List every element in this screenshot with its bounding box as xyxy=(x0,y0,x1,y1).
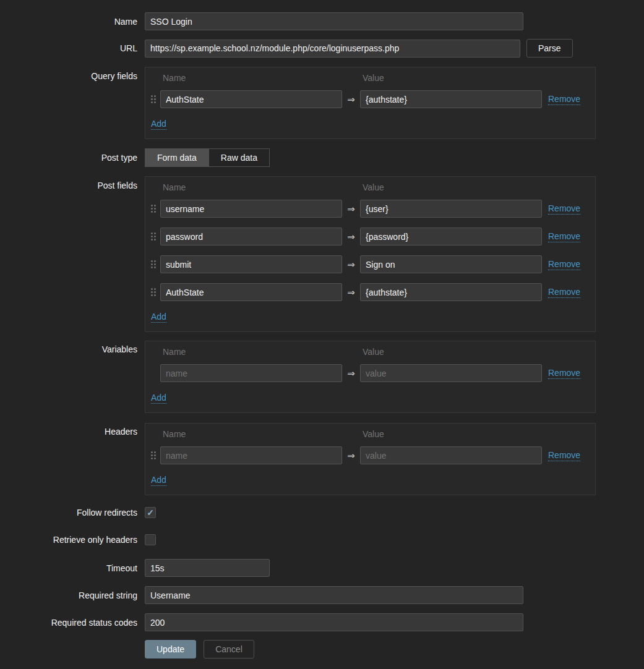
timeout-row: Timeout xyxy=(0,559,270,577)
variable-name-input[interactable] xyxy=(160,364,342,382)
query-field-row: ⇒ Remove xyxy=(145,90,595,108)
required-status-codes-input[interactable] xyxy=(145,613,523,631)
retrieve-only-headers-checkbox[interactable] xyxy=(145,534,156,545)
arrow-icon: ⇒ xyxy=(342,368,360,379)
post-field-row: ⇒ Remove xyxy=(145,283,595,301)
column-header-value: Value xyxy=(363,347,384,357)
post-field-row: ⇒ Remove xyxy=(145,255,595,273)
remove-link[interactable]: Remove xyxy=(548,450,580,461)
remove-link[interactable]: Remove xyxy=(548,231,580,242)
url-label: URL xyxy=(0,43,137,53)
post-type-label: Post type xyxy=(0,153,137,163)
query-field-name-input[interactable] xyxy=(160,90,342,108)
add-link[interactable]: Add xyxy=(151,312,166,323)
timeout-input[interactable] xyxy=(145,559,270,577)
arrow-icon: ⇒ xyxy=(342,231,360,242)
web-scenario-step-form: Name URL Parse Query fields Name Value ⇒… xyxy=(0,0,644,669)
form-actions-row: Update Cancel xyxy=(0,640,254,658)
post-field-value-input[interactable] xyxy=(360,200,542,218)
drag-handle-icon[interactable] xyxy=(150,259,157,270)
column-header-value: Value xyxy=(363,429,384,439)
name-input[interactable] xyxy=(145,12,523,30)
drag-handle-icon[interactable] xyxy=(150,287,157,297)
add-link[interactable]: Add xyxy=(151,475,166,486)
column-header-name: Name xyxy=(163,182,363,192)
retrieve-only-headers-row: Retrieve only headers xyxy=(0,534,156,545)
headers-label: Headers xyxy=(0,427,137,437)
arrow-icon: ⇒ xyxy=(342,287,360,298)
add-link[interactable]: Add xyxy=(151,393,166,404)
drag-handle-icon[interactable] xyxy=(150,450,157,461)
follow-redirects-checkbox[interactable]: ✓ xyxy=(145,507,156,518)
column-header-name: Name xyxy=(163,73,363,83)
query-fields-column-headers: Name Value xyxy=(145,73,595,83)
url-input[interactable] xyxy=(145,40,520,58)
remove-link[interactable]: Remove xyxy=(548,203,580,215)
query-fields-label: Query fields xyxy=(0,71,137,81)
post-fields-label: Post fields xyxy=(0,181,137,190)
post-type-segmented-control: Form data Raw data xyxy=(145,148,270,167)
required-status-codes-label: Required status codes xyxy=(0,618,137,628)
post-field-value-input[interactable] xyxy=(360,255,542,273)
remove-link[interactable]: Remove xyxy=(548,368,580,379)
required-string-input[interactable] xyxy=(145,586,523,604)
header-name-input[interactable] xyxy=(160,446,342,464)
variables-panel: Name Value ⇒ Remove Add xyxy=(145,341,596,413)
required-string-row: Required string xyxy=(0,586,523,604)
column-header-value: Value xyxy=(363,73,384,83)
arrow-icon: ⇒ xyxy=(342,259,360,270)
follow-redirects-label: Follow redirects xyxy=(0,508,137,518)
drag-handle-icon[interactable] xyxy=(150,94,157,104)
query-field-value-input[interactable] xyxy=(360,90,542,108)
retrieve-only-headers-label: Retrieve only headers xyxy=(0,535,137,545)
post-type-form-data-button[interactable]: Form data xyxy=(145,148,209,167)
parse-button[interactable]: Parse xyxy=(526,39,573,58)
column-header-value: Value xyxy=(363,182,384,192)
post-fields-column-headers: Name Value xyxy=(145,182,595,192)
column-header-name: Name xyxy=(163,429,363,439)
post-field-row: ⇒ Remove xyxy=(145,200,595,218)
name-label: Name xyxy=(0,17,137,27)
headers-panel: Name Value ⇒ Remove Add xyxy=(145,423,596,495)
headers-column-headers: Name Value xyxy=(145,429,595,439)
post-type-row: Post type Form data Raw data xyxy=(0,148,270,167)
variables-label: Variables xyxy=(0,344,137,354)
cancel-button[interactable]: Cancel xyxy=(204,640,254,658)
post-field-value-input[interactable] xyxy=(360,283,542,301)
required-string-label: Required string xyxy=(0,590,137,600)
header-value-input[interactable] xyxy=(360,446,542,464)
post-field-name-input[interactable] xyxy=(160,200,342,218)
post-field-name-input[interactable] xyxy=(160,255,342,273)
variable-value-input[interactable] xyxy=(360,364,542,382)
url-row: URL Parse xyxy=(0,39,573,58)
post-field-name-input[interactable] xyxy=(160,283,342,301)
variable-row: ⇒ Remove xyxy=(145,364,595,382)
update-button[interactable]: Update xyxy=(145,640,196,658)
required-status-codes-row: Required status codes xyxy=(0,613,523,631)
post-field-row: ⇒ Remove xyxy=(145,228,595,245)
header-row: ⇒ Remove xyxy=(145,446,595,464)
arrow-icon: ⇒ xyxy=(342,450,360,461)
timeout-label: Timeout xyxy=(0,563,137,573)
column-header-name: Name xyxy=(163,347,363,357)
drag-handle-icon[interactable] xyxy=(150,203,157,214)
remove-link[interactable]: Remove xyxy=(548,94,580,105)
follow-redirects-row: Follow redirects ✓ xyxy=(0,507,156,518)
post-field-name-input[interactable] xyxy=(160,228,342,245)
remove-link[interactable]: Remove xyxy=(548,287,580,298)
remove-link[interactable]: Remove xyxy=(548,259,580,270)
query-fields-panel: Name Value ⇒ Remove Add xyxy=(145,67,596,139)
variables-column-headers: Name Value xyxy=(145,347,595,357)
arrow-icon: ⇒ xyxy=(342,203,360,215)
post-type-raw-data-button[interactable]: Raw data xyxy=(208,148,270,167)
add-link[interactable]: Add xyxy=(151,119,166,130)
post-field-value-input[interactable] xyxy=(360,228,542,245)
check-icon: ✓ xyxy=(147,508,154,517)
drag-handle-icon[interactable] xyxy=(150,231,157,242)
post-fields-panel: Name Value ⇒ Remove ⇒ Remove ⇒ Remove xyxy=(145,176,596,332)
name-row: Name xyxy=(0,12,523,30)
arrow-icon: ⇒ xyxy=(342,94,360,105)
